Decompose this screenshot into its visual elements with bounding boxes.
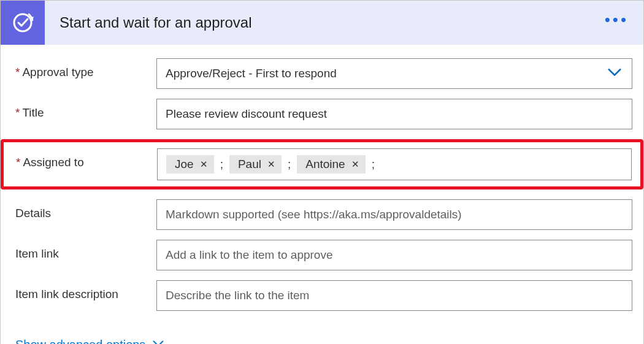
card-header[interactable]: Start and wait for an approval •••: [1, 1, 643, 45]
tag-paul[interactable]: Paul ✕: [229, 155, 282, 174]
label-item-link: Item link: [15, 240, 156, 261]
approval-icon: [1, 1, 45, 45]
title-value: Please review discount request: [166, 107, 327, 121]
chevron-down-icon: [606, 64, 623, 84]
approval-type-select[interactable]: Approve/Reject - First to respond: [156, 58, 632, 89]
card-body: *Approval type Approve/Reject - First to…: [1, 45, 643, 344]
tag-antoine[interactable]: Antoine ✕: [297, 155, 365, 174]
show-advanced-options[interactable]: Show advanced options: [15, 337, 165, 344]
tag-separator: ;: [372, 158, 375, 171]
field-item-link-description: Item link description Describe the link …: [15, 280, 632, 311]
label-item-link-description: Item link description: [15, 280, 156, 301]
approval-action-card: Start and wait for an approval ••• *Appr…: [0, 0, 644, 344]
tag-joe[interactable]: Joe ✕: [166, 155, 214, 174]
card-title: Start and wait for an approval: [59, 14, 605, 31]
assigned-to-input[interactable]: Joe ✕ ; Paul ✕ ; Antoine ✕: [157, 148, 632, 180]
label-title: *Title: [15, 99, 156, 120]
details-placeholder: Markdown supported (see https://aka.ms/a…: [166, 208, 462, 221]
tag-separator: ;: [220, 158, 223, 171]
details-input[interactable]: Markdown supported (see https://aka.ms/a…: [156, 199, 632, 230]
item-link-description-placeholder: Describe the link to the item: [166, 289, 309, 302]
required-mark: *: [16, 156, 20, 169]
required-mark: *: [15, 106, 20, 119]
approval-type-value: Approve/Reject - First to respond: [166, 67, 337, 80]
item-link-placeholder: Add a link to the item to approve: [166, 248, 333, 262]
more-icon[interactable]: •••: [605, 10, 629, 36]
chevron-down-icon: [151, 337, 165, 344]
tag-separator: ;: [288, 158, 291, 171]
field-assigned-to: *Assigned to Joe ✕ ; Paul ✕: [16, 148, 632, 180]
close-icon[interactable]: ✕: [351, 159, 359, 170]
item-link-input[interactable]: Add a link to the item to approve: [156, 240, 632, 270]
label-details: Details: [15, 199, 156, 220]
assigned-to-tags: Joe ✕ ; Paul ✕ ; Antoine ✕: [166, 155, 375, 174]
item-link-description-input[interactable]: Describe the link to the item: [156, 280, 632, 311]
advanced-label: Show advanced options: [15, 338, 145, 344]
field-item-link: Item link Add a link to the item to appr…: [15, 240, 632, 270]
close-icon[interactable]: ✕: [267, 159, 275, 170]
required-mark: *: [15, 66, 20, 78]
field-title: *Title Please review discount request: [15, 99, 632, 129]
label-approval-type: *Approval type: [15, 58, 156, 79]
field-approval-type: *Approval type Approve/Reject - First to…: [15, 58, 632, 89]
svg-point-0: [14, 14, 31, 31]
assigned-to-highlight: *Assigned to Joe ✕ ; Paul ✕: [1, 139, 643, 189]
title-input[interactable]: Please review discount request: [156, 99, 632, 129]
close-icon[interactable]: ✕: [200, 159, 208, 170]
field-details: Details Markdown supported (see https://…: [15, 199, 632, 230]
label-assigned-to: *Assigned to: [16, 148, 157, 169]
